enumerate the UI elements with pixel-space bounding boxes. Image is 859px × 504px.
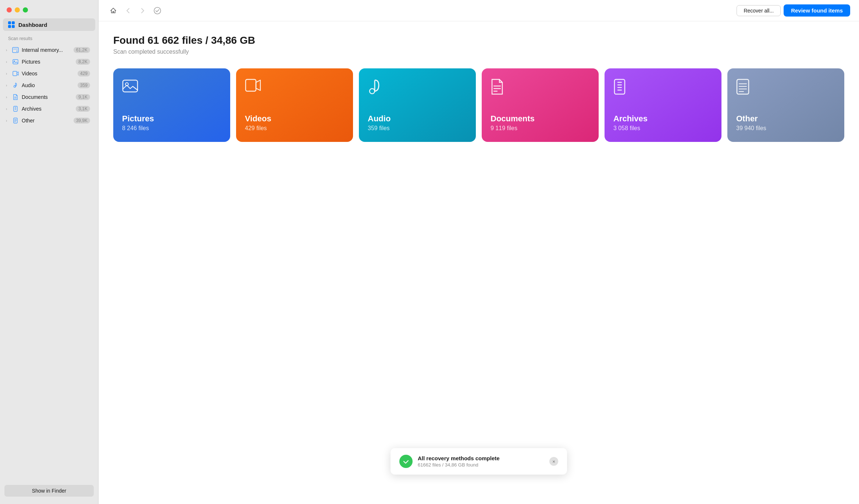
maximize-button[interactable] [23,7,28,12]
toast-close-button[interactable]: × [549,457,558,466]
sidebar-item-internal-memory[interactable]: › Internal memory... 61,2K [2,44,96,56]
svg-rect-1 [13,49,18,50]
documents-card[interactable]: Documents 9 119 files [482,68,599,142]
file-type-cards-grid: Pictures 8 246 files Videos 429 files [113,68,844,142]
toast-notification: All recovery methods complete 61662 file… [391,448,567,475]
archives-card-icon [613,79,713,98]
dashboard-item[interactable]: Dashboard [3,18,95,31]
svg-rect-10 [14,106,17,111]
minimize-button[interactable] [15,7,20,12]
forward-button[interactable] [137,5,149,17]
archive-icon [12,105,19,112]
svg-point-18 [154,7,161,14]
chevron-icon: › [6,60,10,64]
other-card-name: Other [736,114,835,124]
audio-icon [12,82,19,89]
sidebar-item-other[interactable]: › Other 39,9K [2,115,96,126]
videos-card[interactable]: Videos 429 files [236,68,353,142]
toast-success-icon [399,455,413,468]
sidebar-item-label: Documents [22,94,76,100]
audio-card-count: 359 files [368,125,467,132]
other-icon [12,117,19,124]
toolbar: Recover all... Review found items [99,0,859,21]
svg-rect-27 [614,79,625,94]
scan-results-content: Found 61 662 files / 34,86 GB Scan compl… [99,21,859,504]
documents-card-icon [491,79,590,98]
documents-card-count: 9 119 files [491,125,590,132]
sidebar-item-badge: 39,9K [74,118,90,124]
checkmark-button[interactable] [152,5,163,17]
sidebar-item-badge: 9,1K [76,94,90,100]
home-button[interactable] [107,5,119,17]
show-in-finder-button[interactable]: Show in Finder [4,485,94,497]
picture-icon [12,58,19,65]
archives-card-name: Archives [613,114,713,124]
archives-card-count: 3 058 files [613,125,713,132]
videos-card-name: Videos [245,114,344,124]
audio-card-name: Audio [368,114,467,124]
chevron-icon: › [6,72,10,76]
sidebar-item-badge: 8,2K [76,59,90,65]
other-card[interactable]: Other 39 940 files [727,68,844,142]
back-button[interactable] [122,5,134,17]
toast-title: All recovery methods complete [418,455,544,461]
videos-card-count: 429 files [245,125,344,132]
document-icon [12,93,19,101]
sidebar-item-badge: 3,1K [76,106,90,112]
pictures-card-count: 8 246 files [122,125,221,132]
toast-subtitle: 61662 files / 34,86 GB found [418,462,544,468]
hdd-icon [12,46,19,54]
sidebar-item-audio[interactable]: › Audio 359 [2,80,96,91]
videos-card-icon [245,79,344,95]
sidebar-item-videos[interactable]: › Videos 429 [2,68,96,79]
svg-point-22 [370,89,375,94]
review-found-items-button[interactable]: Review found items [784,4,850,17]
sidebar-item-documents[interactable]: › Documents 9,1K [2,92,96,103]
toast-text: All recovery methods complete 61662 file… [418,455,544,468]
audio-card[interactable]: Audio 359 files [359,68,476,142]
svg-point-2 [17,51,18,52]
video-icon [12,70,19,77]
main-content: Recover all... Review found items Found … [99,0,859,504]
chevron-icon: › [6,83,10,87]
svg-rect-19 [123,80,138,92]
archives-card[interactable]: Archives 3 058 files [605,68,721,142]
pictures-card[interactable]: Pictures 8 246 files [113,68,230,142]
svg-rect-0 [13,47,18,53]
sidebar-item-label: Archives [22,106,76,112]
sidebar-item-archives[interactable]: › Archives 3,1K [2,103,96,114]
other-card-icon [736,79,835,98]
chevron-icon: › [6,119,10,123]
found-title: Found 61 662 files / 34,86 GB [113,35,844,46]
documents-card-name: Documents [491,114,590,124]
close-button[interactable] [7,7,12,12]
sidebar-item-pictures[interactable]: › Pictures 8,2K [2,56,96,67]
svg-rect-21 [246,79,256,91]
pictures-card-name: Pictures [122,114,221,124]
chevron-icon: › [6,48,10,52]
sidebar-item-label: Videos [22,71,78,76]
sidebar-item-label: Audio [22,82,78,88]
chevron-icon: › [6,95,10,99]
other-card-count: 39 940 files [736,125,835,132]
sidebar-item-badge: 61,2K [74,47,90,53]
traffic-lights [0,0,98,18]
sidebar-item-badge: 429 [78,71,90,76]
scan-results-section-label: Scan results [0,34,98,44]
scan-status: Scan completed successfully [113,49,844,55]
svg-rect-3 [13,60,18,64]
sidebar: Dashboard Scan results › Internal memory… [0,0,99,504]
dashboard-label: Dashboard [18,22,47,28]
audio-card-icon [368,79,467,98]
pictures-card-icon [122,79,221,97]
sidebar-item-label: Pictures [22,59,76,65]
sidebar-item-badge: 359 [78,82,90,88]
recover-all-button[interactable]: Recover all... [737,5,781,16]
sidebar-item-label: Other [22,118,74,124]
dashboard-icon [8,21,15,28]
svg-rect-5 [13,71,17,76]
sidebar-item-label: Internal memory... [22,47,74,53]
chevron-icon: › [6,107,10,111]
